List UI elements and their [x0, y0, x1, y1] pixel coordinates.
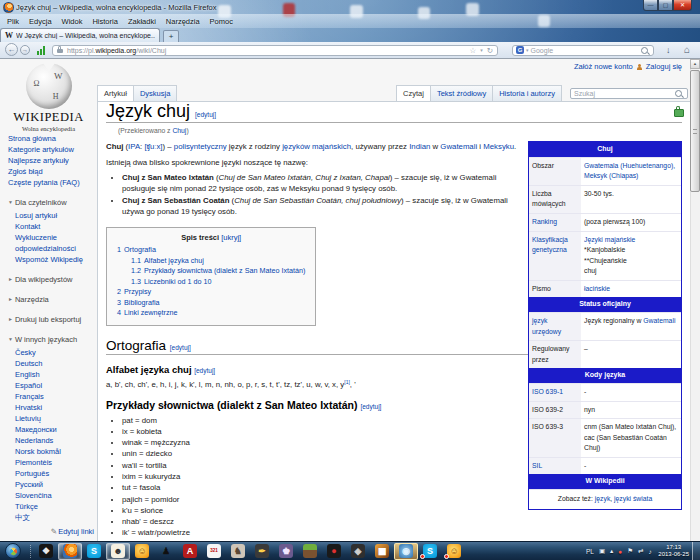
tray-hidden-icons-arrow[interactable]: ▴ — [608, 547, 616, 555]
signal-bars-icon[interactable] — [37, 46, 47, 55]
sidebar-language-link[interactable]: Español — [15, 380, 94, 391]
sidebar-link[interactable]: Losuj artykuł — [15, 210, 94, 221]
taskbar-smiley-alert-icon[interactable]: ☺ — [442, 543, 466, 560]
edit-section-link[interactable]: [edytuj] — [170, 344, 191, 351]
sidebar-language-link[interactable]: Türkçe — [15, 501, 94, 512]
menu-item[interactable]: Widok — [57, 17, 88, 26]
back-button[interactable]: ← — [5, 43, 18, 56]
taskbar-grass-block-icon[interactable] — [298, 543, 322, 560]
minimize-button[interactable]: — — [643, 0, 658, 11]
inline-link[interactable]: Meksyk (Chiapas) — [584, 172, 638, 179]
menu-item[interactable]: Edycja — [24, 17, 57, 26]
taskbar-pen-icon[interactable]: ✒ — [250, 543, 274, 560]
inline-link[interactable]: IPA — [128, 142, 140, 151]
sidebar-language-link[interactable]: Македонски — [15, 424, 94, 435]
sidebar-language-link[interactable]: Русский — [15, 479, 94, 490]
toc-entry[interactable]: 4Linki zewnętrzne — [117, 308, 305, 319]
menu-item[interactable]: Historia — [87, 17, 122, 26]
view-tab[interactable]: Czytaj — [396, 85, 431, 101]
sidebar-language-link[interactable]: Nederlands — [15, 435, 94, 446]
taskbar-diamond-icon[interactable]: ◈ — [346, 543, 370, 560]
maximize-button[interactable]: ▢ — [658, 0, 673, 11]
bookmark-star-icon[interactable]: ☆ — [469, 46, 476, 55]
taskbar-notes-icon[interactable]: ☻ — [106, 543, 130, 560]
toc-entry[interactable]: 1.1Alfabet języka chuj — [131, 256, 305, 267]
edit-interwiki-links[interactable]: ✎Edytuj linki — [8, 527, 94, 536]
tray-network-icon[interactable]: ⇄ — [636, 547, 646, 555]
toc-entry[interactable]: 3Bibliografia — [117, 298, 305, 309]
sidebar-link[interactable]: Częste pytania (FAQ) — [8, 177, 94, 188]
inline-link[interactable]: Meksyku — [483, 142, 514, 151]
inline-link[interactable]: polisyntetyczny — [174, 142, 227, 151]
engine-dropdown-icon[interactable]: ▾ — [526, 47, 529, 53]
sidebar-language-link[interactable]: Slovenčina — [15, 490, 94, 501]
taskbar-figure-icon[interactable]: ♟ — [154, 543, 178, 560]
inline-link[interactable]: [ʧuːx] — [144, 142, 162, 151]
inline-link[interactable]: Języki majańskie — [584, 236, 635, 243]
toc-hide-link[interactable]: [ukryj] — [221, 233, 241, 242]
toc-entry[interactable]: 1Ortografia — [117, 245, 305, 256]
toc-entry[interactable]: 2Przypisy — [117, 287, 305, 298]
inline-link[interactable]: język — [595, 495, 611, 502]
menu-item[interactable]: Pomoc — [205, 17, 238, 26]
sidebar-language-link[interactable]: Français — [15, 391, 94, 402]
tray-action-flag-icon[interactable]: ⚑ — [625, 547, 636, 555]
sidebar-link[interactable]: Strona główna — [8, 133, 94, 144]
sidebar-collapsed-section[interactable]: ►Dla wikipedystów — [8, 274, 94, 285]
wikipedia-logo[interactable]: W Ω H WIKIPEDIA Wolna encyklopedia — [0, 61, 97, 132]
sidebar-section-readers[interactable]: ▼Dla czytelników — [8, 197, 94, 208]
wiki-search-magnifier-icon[interactable] — [675, 90, 682, 97]
close-button[interactable]: ✕ — [673, 0, 692, 11]
sidebar-link[interactable]: Zgłoś błąd — [8, 166, 94, 177]
edit-section-link[interactable]: [edytuj] — [360, 403, 381, 410]
taskbar-adobe-reader-icon[interactable]: A — [178, 543, 202, 560]
scrollbar-thumb[interactable] — [690, 70, 700, 192]
taskbar-chess-icon[interactable]: ♚ — [274, 543, 298, 560]
toc-entry[interactable]: 1.2Przykłady słownictwa (dialekt z San M… — [131, 266, 305, 277]
taskbar-smiley-icon[interactable]: ☺ — [130, 543, 154, 560]
tray-language-indicator[interactable]: PL — [583, 548, 596, 555]
browser-tab[interactable]: W W Język chuj – Wikipedia, wolna encykl… — [0, 28, 160, 42]
sidebar-link[interactable]: Kategorie artykułów — [8, 144, 94, 155]
inline-link[interactable]: Chuj — [172, 127, 186, 134]
edit-section-link[interactable]: [edytuj] — [194, 367, 215, 374]
sidebar-collapsed-section[interactable]: ►Narzędzia — [8, 294, 94, 305]
login-link[interactable]: Zaloguj się — [646, 62, 682, 71]
sidebar-language-link[interactable]: English — [15, 369, 94, 380]
home-icon[interactable]: ⌂ — [684, 44, 690, 55]
start-button[interactable] — [5, 543, 21, 559]
show-desktop-button[interactable] — [692, 542, 700, 560]
tray-volume-icon[interactable]: ♪ — [646, 548, 654, 555]
search-bar[interactable]: G ▾ Google — [512, 45, 654, 56]
sidebar-link[interactable]: Najlepsze artykuły — [8, 155, 94, 166]
sidebar-language-link[interactable]: Norsk bokmål — [15, 446, 94, 457]
sidebar-link[interactable]: Wykluczenie odpowiedzialności — [15, 232, 94, 254]
tray-alert-icon[interactable]: ● — [616, 548, 625, 555]
taskbar-media-icon[interactable]: ▦ — [370, 543, 394, 560]
taskbar-red-disc-icon[interactable]: ● — [322, 543, 346, 560]
taskbar-firefox-icon[interactable] — [58, 543, 82, 560]
forward-button[interactable]: → — [20, 45, 30, 55]
sidebar-language-link[interactable]: Piemontèis — [15, 457, 94, 468]
scrollbar-up-arrow[interactable]: ▲ — [690, 59, 700, 69]
wiki-search-input[interactable]: Szukaj — [570, 88, 688, 99]
sidebar-link[interactable]: Wspomóż Wikipedię — [15, 254, 94, 265]
reload-icon[interactable]: ↻ — [487, 46, 493, 55]
sidebar-collapsed-section[interactable]: ►Drukuj lub eksportuj — [8, 314, 94, 325]
taskbar-wizard-icon[interactable]: ♞ — [226, 543, 250, 560]
sidebar-language-link[interactable]: Hrvatski — [15, 402, 94, 413]
sidebar-language-link[interactable]: Česky — [15, 347, 94, 358]
view-tab[interactable]: Tekst źródłowy — [431, 85, 493, 101]
tray-printer-icon[interactable]: ▣ — [596, 547, 607, 555]
taskbar-skype-alert-icon[interactable]: S — [418, 543, 442, 560]
google-engine-icon[interactable]: G — [516, 46, 524, 54]
inline-link[interactable]: języki świata — [614, 495, 652, 502]
inline-link[interactable]: Indian — [409, 142, 430, 151]
namespace-tab[interactable]: Artykuł — [97, 85, 134, 101]
taskbar-calendar-icon[interactable]: 321 — [202, 543, 226, 560]
taskbar-clock[interactable]: 17:13 2013-06-25 — [658, 544, 689, 558]
namespace-tab[interactable]: Dyskusja — [134, 85, 177, 101]
menu-item[interactable]: Narzędzia — [161, 17, 205, 26]
create-account-link[interactable]: Załóż nowe konto — [574, 62, 633, 71]
sidebar-language-link[interactable]: Deutsch — [15, 358, 94, 369]
